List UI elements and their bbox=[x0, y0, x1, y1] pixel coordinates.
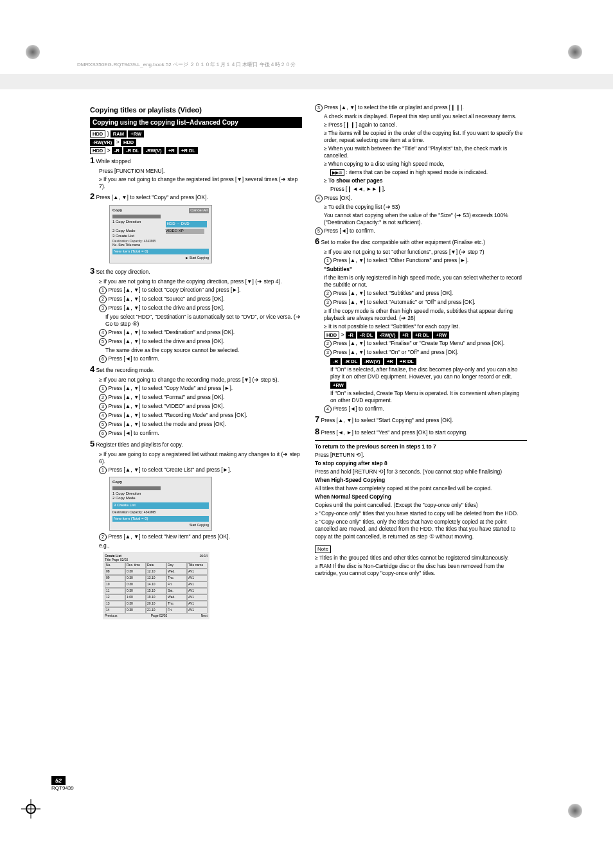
divider bbox=[315, 440, 527, 441]
badge-ram: RAM bbox=[111, 130, 127, 137]
step-2: 2 bbox=[90, 191, 94, 201]
step-1: 1 bbox=[90, 155, 94, 165]
print-mark-br bbox=[568, 804, 587, 823]
step-6: 6 bbox=[315, 236, 319, 246]
section-advanced-copy: Copying using the copying list–Advanced … bbox=[90, 117, 302, 128]
step2-body: Press [▲, ▼] to select "Copy" and press … bbox=[96, 194, 208, 200]
media-compat-row: -RW(VR) > HDD bbox=[90, 139, 302, 146]
return-heading: To return to the previous screen in step… bbox=[315, 443, 436, 450]
step-3: 3 bbox=[90, 266, 94, 276]
badge-plusrw: +RW bbox=[128, 130, 144, 137]
media-compat-row: HDD } RAM +RW bbox=[90, 130, 302, 137]
page-number: 52 bbox=[51, 776, 66, 785]
ui-mock-create-list: Copy 1 Copy Direction 2 Copy Mode 3 Crea… bbox=[109, 477, 212, 531]
doc-meta: DMRXS350EG-RQT9439-L_eng.book 52 ページ ２０１… bbox=[77, 61, 296, 68]
page-header-bar bbox=[0, 74, 613, 89]
step1-body: Press [FUNCTION MENU]. bbox=[99, 168, 302, 175]
media-compat-row: HDD > -R -R DL -RW(V) +R +R DL bbox=[90, 147, 302, 154]
step-7: 7 bbox=[315, 414, 319, 424]
doc-code: RQT9439 bbox=[51, 785, 74, 791]
badge-hdd: HDD bbox=[90, 130, 105, 137]
step-8: 8 bbox=[315, 427, 319, 436]
print-mark-tr bbox=[568, 45, 587, 64]
note-text: If you are not going to change the regis… bbox=[99, 176, 302, 190]
ui-mock-copy-list: Copy Cancel All 1 Copy DirectionHDD → DV… bbox=[109, 205, 212, 263]
stop-heading: To stop copying after step 8 bbox=[315, 460, 387, 466]
media-compat-row: -R -R DL -RW(V) +R +R DL bbox=[330, 358, 527, 365]
media-compat-row: HDD > -R -R DL -RW(V) +R +R DL +RW bbox=[324, 332, 527, 339]
note-label: Note bbox=[315, 545, 331, 553]
print-mark-bl bbox=[26, 804, 45, 823]
step-5: 5 bbox=[90, 439, 94, 448]
page-footer: 52 RQT9439 bbox=[51, 777, 74, 791]
hispeed-icon: ▶▶⊘ bbox=[330, 169, 344, 176]
ui-mock-title-table: Create List 16:14 Title Page 02/02 No. R… bbox=[103, 552, 209, 620]
page-title: Copying titles or playlists (Video) bbox=[90, 105, 302, 114]
step-4: 4 bbox=[90, 364, 94, 374]
print-mark-tl bbox=[26, 45, 45, 64]
